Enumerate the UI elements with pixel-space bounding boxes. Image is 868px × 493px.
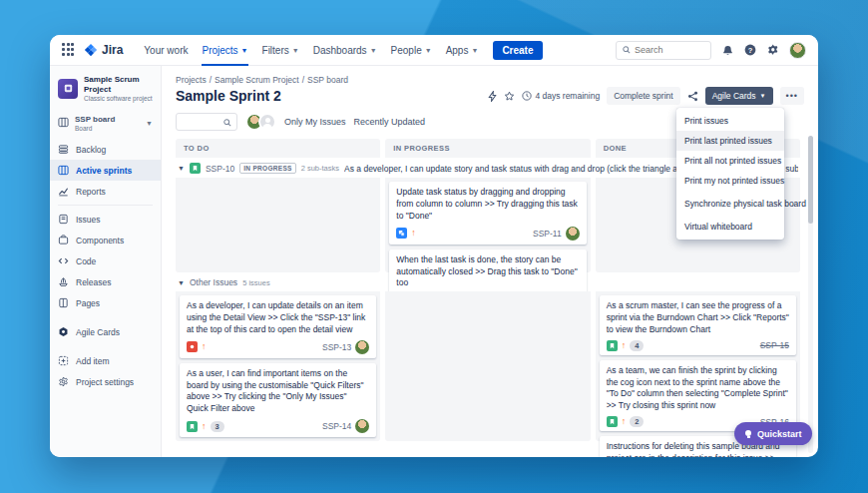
board-icon: [58, 114, 69, 132]
sidebar-item-components[interactable]: Components: [50, 230, 161, 250]
menu-item-print-all-not-printed[interactable]: Print all not printed issues: [676, 151, 784, 171]
global-search-field[interactable]: [635, 45, 704, 55]
project-header[interactable]: Sample Scrum Project Classic software pr…: [50, 73, 161, 110]
nav-people[interactable]: People▼: [391, 35, 432, 66]
story-icon: [187, 421, 198, 432]
priority-high-icon: ↑: [202, 342, 207, 351]
breadcrumb-project[interactable]: Sample Scrum Project: [215, 75, 299, 85]
nav-filters[interactable]: Filters▼: [262, 35, 299, 66]
chevron-down-icon: ▼: [241, 47, 248, 54]
sidebar-item-issues[interactable]: Issues: [50, 209, 161, 230]
priority-high-icon: ↑: [622, 417, 627, 426]
complete-sprint-button[interactable]: Complete sprint: [607, 87, 680, 105]
column-header-in-progress: IN PROGRESS: [385, 139, 590, 158]
agile-cards-button[interactable]: Agile Cards▼: [705, 87, 773, 105]
estimate-badge: 3: [211, 421, 224, 432]
notifications-bell-icon[interactable]: [720, 43, 734, 57]
agile-cards-icon: [58, 326, 69, 337]
quick-filter-recently-updated[interactable]: Recently Updated: [354, 117, 426, 127]
priority-high-icon: ↑: [202, 422, 207, 431]
bug-icon: [187, 341, 198, 352]
help-icon[interactable]: ?: [743, 43, 757, 57]
sidebar-item-pages[interactable]: Pages: [50, 292, 161, 313]
scrollbar-thumb[interactable]: [808, 136, 813, 224]
menu-item-virtual-whiteboard[interactable]: Virtual whiteboard: [676, 217, 784, 237]
chevron-down-icon: ▼: [292, 47, 299, 54]
clock-icon: [522, 91, 532, 101]
issue-key[interactable]: SSP-15: [760, 340, 789, 350]
nav-projects[interactable]: Projects▼: [202, 35, 247, 66]
quick-filter-only-my-issues[interactable]: Only My Issues: [284, 117, 346, 127]
breadcrumb: Projects/Sample Scrum Project/SSP board: [162, 66, 818, 85]
issue-key[interactable]: SSP-14: [322, 421, 351, 431]
card-assignee-avatar[interactable]: [355, 340, 369, 354]
swimlane-title[interactable]: Other Issues: [190, 277, 237, 287]
swimlane-issue-key[interactable]: SSP-10: [206, 164, 234, 174]
story-icon: [607, 340, 618, 351]
sidebar-item-active-sprints[interactable]: Active sprints: [50, 160, 161, 181]
components-icon: [58, 235, 69, 246]
issue-card-ssp13[interactable]: As a developer, I can update details on …: [180, 295, 376, 358]
issue-key[interactable]: SSP-11: [533, 229, 562, 239]
backlog-icon: [58, 144, 69, 155]
menu-item-print-issues[interactable]: Print issues: [676, 111, 784, 131]
nav-your-work[interactable]: Your work: [144, 35, 188, 66]
share-icon[interactable]: [687, 91, 698, 102]
pages-icon: [58, 297, 69, 308]
lane-in-progress-empty[interactable]: [385, 291, 590, 441]
nav-dashboards[interactable]: Dashboards▼: [313, 35, 377, 66]
sidebar-item-releases[interactable]: Releases: [50, 271, 161, 292]
project-subtitle: Classic software project: [84, 95, 153, 102]
issue-card-ssp15[interactable]: As a scrum master, I can see the progres…: [600, 295, 796, 355]
automation-lightning-icon[interactable]: [488, 91, 497, 102]
collapse-chevron-icon[interactable]: ▼: [178, 279, 185, 286]
issue-card-ssp16[interactable]: As a team, we can finish the sprint by c…: [600, 360, 796, 432]
board-search-input[interactable]: [176, 113, 237, 131]
board-selector-name: SSP board: [75, 115, 115, 125]
sidebar-item-backlog[interactable]: Backlog: [50, 139, 161, 160]
create-button[interactable]: Create: [493, 41, 542, 60]
nav-apps[interactable]: Apps▼: [446, 35, 479, 66]
project-sidebar: Sample Scrum Project Classic software pr…: [50, 66, 162, 457]
global-search-input[interactable]: [616, 41, 711, 60]
board-search-field[interactable]: [182, 117, 223, 127]
search-icon: [623, 46, 631, 54]
sidebar-item-project-settings[interactable]: Project settings: [50, 371, 161, 392]
board-selector-subtitle: Board: [75, 125, 115, 132]
star-favorite-icon[interactable]: [504, 91, 515, 102]
unassigned-avatar[interactable]: [258, 113, 276, 131]
days-remaining[interactable]: 4 days remaining: [522, 91, 600, 101]
sidebar-item-add-item[interactable]: Add item: [50, 350, 161, 371]
menu-item-synchronize-board[interactable]: Synchronize physical task board: [676, 194, 784, 214]
lane-done[interactable]: As a scrum master, I can see the progres…: [596, 291, 800, 441]
chevron-down-icon: ▼: [425, 47, 432, 54]
breadcrumb-projects[interactable]: Projects: [176, 75, 207, 85]
collapse-chevron-icon[interactable]: ▼: [178, 165, 185, 172]
menu-item-print-last-printed[interactable]: Print last printed issues: [676, 131, 784, 151]
add-item-icon: [58, 355, 69, 366]
issue-card-ssp14[interactable]: As a user, I can find important items on…: [180, 363, 376, 438]
app-switcher-icon[interactable]: [62, 43, 76, 57]
issue-card-ssp11[interactable]: Update task status by dragging and dropp…: [389, 182, 586, 245]
app-window: Jira Your work Projects▼ Filters▼ Dashbo…: [50, 35, 818, 457]
swimlane-issue-count: 5 issues: [242, 278, 270, 287]
sidebar-item-agile-cards[interactable]: Agile Cards: [50, 321, 161, 342]
agile-cards-dropdown-menu: Print issues Print last printed issues P…: [676, 108, 784, 240]
breadcrumb-board[interactable]: SSP board: [307, 75, 348, 85]
sidebar-item-reports[interactable]: Reports: [50, 181, 161, 202]
sidebar-item-code[interactable]: Code: [50, 250, 161, 271]
issue-key[interactable]: SSP-13: [322, 342, 351, 352]
more-options-button[interactable]: •••: [780, 87, 804, 105]
lane-todo-empty[interactable]: [176, 178, 380, 272]
lane-in-progress[interactable]: Update task status by dragging and dropp…: [385, 178, 590, 272]
board-selector[interactable]: SSP board Board ▼: [50, 110, 161, 139]
card-assignee-avatar[interactable]: [355, 419, 369, 433]
jira-logo[interactable]: Jira: [84, 43, 123, 57]
quickstart-button[interactable]: Quickstart: [734, 422, 812, 445]
user-avatar[interactable]: [789, 42, 806, 59]
vertical-scrollbar[interactable]: [808, 136, 813, 453]
card-assignee-avatar[interactable]: [566, 227, 580, 241]
settings-gear-icon[interactable]: [766, 43, 780, 57]
menu-item-print-my-not-printed[interactable]: Print my not printed issues: [676, 171, 784, 191]
lane-todo[interactable]: As a developer, I can update details on …: [176, 291, 380, 441]
